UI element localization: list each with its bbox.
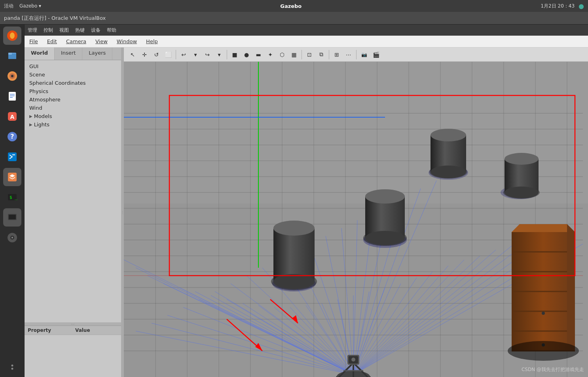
svg-point-26 [11,365,13,367]
taskbar-terminal[interactable]: $ _ [3,188,21,206]
svg-point-132 [505,153,539,165]
svg-rect-22 [11,220,14,221]
prop-col-value: Value [75,327,90,333]
toolbar-box[interactable]: ■ [229,49,240,60]
tree-item-atmosphere[interactable]: Atmosphere [25,95,121,104]
taskbar-document[interactable] [3,87,21,105]
toolbar-redo[interactable]: ↪ [202,49,213,60]
taskbar-layers[interactable] [3,168,21,186]
svg-point-25 [11,237,13,238]
os-menu-device[interactable]: 设备 [91,27,101,34]
menu-help[interactable]: Help [144,38,159,45]
toolbar-undo[interactable]: ↩ [178,49,189,60]
sep5 [356,50,357,59]
menu-camera[interactable]: Camera [64,38,88,45]
tree-item-physics[interactable]: Physics [25,87,121,95]
svg-text:A: A [10,114,14,120]
os-topbar-left: 活动 Gazebo ▾ [4,3,41,10]
window-title: panda [正在运行] - Oracle VM VirtualBox [4,15,106,22]
app-content: World Insert Layers GUI Scene Spherical … [25,48,588,377]
taskbar: A ? $ _ [0,25,25,377]
property-panel: Property Value [25,326,121,377]
toolbar-screenshot[interactable]: 📷 [358,49,370,60]
svg-point-128 [431,129,466,141]
datetime: 1月2日 20：43 [541,3,575,10]
taskbar-disc[interactable] [3,228,21,247]
viewport[interactable]: ↖ ✛ ↺ ⬜ ↩ ▾ ↪ ▾ ■ ● ▬ ✦ ⬡ ▦ [124,48,588,377]
scene[interactable]: CSDN @我先去打把游戏先走 [124,62,588,377]
menu-window[interactable]: Window [115,38,138,45]
window-titlebar: panda [正在运行] - Oracle VM VirtualBox [0,12,588,25]
taskbar-help[interactable]: ? [3,128,21,146]
toolbar-point-light[interactable]: ✦ [265,49,276,60]
svg-marker-141 [512,224,575,232]
os-topbar-right: 1月2日 20：43 ● [541,2,584,10]
os-menu-manage[interactable]: 管理 [28,27,37,34]
svg-rect-21 [9,215,16,219]
tree-item-wind[interactable]: Wind [25,104,121,112]
tree-item-lights-label: Lights [34,122,49,128]
svg-rect-8 [9,92,16,101]
menu-file[interactable]: File [28,38,40,45]
toolbar-record[interactable]: 🎬 [370,49,381,60]
taskbar-sound[interactable] [3,67,21,85]
gazebo-app: File Edit Camera View Window Help World … [25,36,588,377]
tree-item-scene[interactable]: Scene [25,70,121,79]
toolbar-redo-dropdown[interactable]: ▾ [214,49,225,60]
taskbar-more[interactable] [7,364,18,373]
svg-rect-4 [8,53,12,55]
toolbar-copy[interactable]: ⊡ [304,49,315,60]
svg-point-7 [11,75,13,77]
tree-item-spherical[interactable]: Spherical Coordinates [25,79,121,87]
sep4 [329,50,329,59]
toolbar-scale[interactable]: ⬜ [163,49,174,60]
sep1 [176,50,176,59]
panel-tabs: World Insert Layers [25,48,121,60]
toolbar-cylinder[interactable]: ▬ [253,49,264,60]
watermark: CSDN @我先去打把游戏先走 [522,366,584,373]
svg-point-129 [431,166,466,178]
tree-item-lights[interactable]: ▶ Lights [25,120,121,129]
status-dot: ● [579,2,584,10]
taskbar-vscode[interactable] [3,148,21,166]
menubar: File Edit Camera View Window Help [25,36,588,48]
tab-insert[interactable]: Insert [55,48,82,60]
os-menu-control[interactable]: 控制 [44,27,53,34]
toolbar-paste[interactable]: ⧉ [316,49,327,60]
os-topbar-center: Gazebo [280,3,302,9]
menu-view[interactable]: View [94,38,109,45]
toolbar-select[interactable]: ↖ [127,49,138,60]
os-menu-view[interactable]: 视图 [59,27,69,34]
os-menu-help[interactable]: 帮助 [107,27,116,34]
gazebo-dropdown[interactable]: Gazebo ▾ [19,3,41,9]
activity-label[interactable]: 活动 [4,3,13,10]
resize-handle-horizontal[interactable]: ··· [25,322,121,326]
toolbar-align[interactable]: ⋯ [343,49,354,60]
tree-item-gui[interactable]: GUI [25,62,121,70]
taskbar-appstore[interactable]: A [3,107,21,126]
svg-point-120 [273,221,315,236]
svg-text:$ _: $ _ [9,195,17,200]
os-menu-hotkey[interactable]: 热键 [75,27,85,34]
toolbar-sphere[interactable]: ● [241,49,252,60]
taskbar-files[interactable] [3,47,21,65]
lights-arrow: ▶ [29,122,32,127]
toolbar-rotate[interactable]: ↺ [151,49,162,60]
tab-world[interactable]: World [25,48,55,60]
taskbar-vm[interactable] [3,208,21,227]
toolbar-dir-light[interactable]: ▦ [288,49,300,60]
tab-layers[interactable]: Layers [82,48,112,60]
svg-point-121 [273,274,315,289]
toolbar-translate[interactable]: ✛ [139,49,150,60]
svg-rect-119 [273,228,315,282]
svg-point-154 [351,358,355,362]
tree-view: GUI Scene Spherical Coordinates Physics … [25,60,121,322]
menu-edit[interactable]: Edit [46,38,59,45]
sep3 [302,50,302,59]
taskbar-firefox[interactable] [3,27,21,45]
toolbar-undo-dropdown[interactable]: ▾ [190,49,201,60]
app-area: File Edit Camera View Window Help World … [25,25,588,377]
toolbar-snap[interactable]: ⊞ [331,49,342,60]
tree-item-models[interactable]: ▶ Models [25,112,121,120]
toolbar-spot-light[interactable]: ⬡ [277,49,288,60]
